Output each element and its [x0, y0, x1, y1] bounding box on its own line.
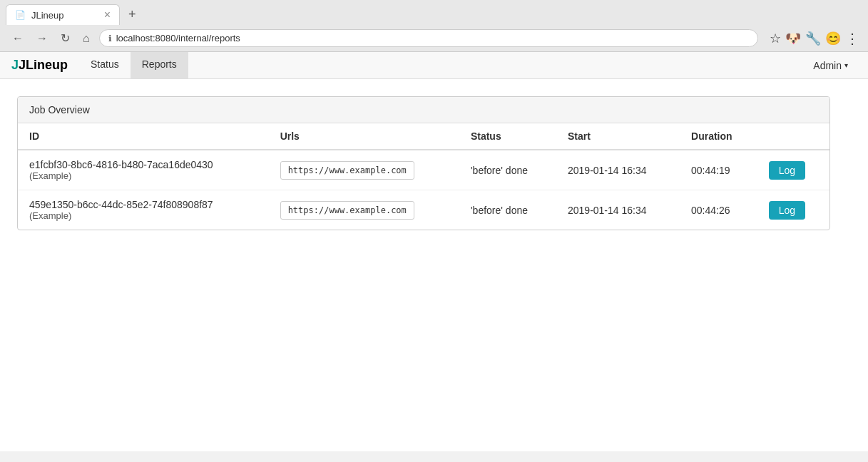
toolbar-icons: ☆ 🐶 🔧 😊 ⋮	[770, 30, 859, 47]
lock-icon: ℹ	[108, 34, 112, 43]
cell-action-2: Log	[757, 190, 829, 230]
job-url-2: https://www.example.com	[280, 201, 414, 220]
admin-caret: ▾	[844, 61, 848, 69]
new-tab-button[interactable]: +	[123, 4, 142, 25]
active-tab[interactable]: 📄 JLineup ×	[6, 4, 120, 25]
admin-label: Admin	[813, 60, 842, 71]
cell-action-1: Log	[757, 150, 829, 190]
brand-j: J	[11, 58, 19, 73]
table-row: 459e1350-b6cc-44dc-85e2-74f808908f87 (Ex…	[18, 190, 829, 230]
nav-links: Status Reports	[79, 52, 188, 78]
nav-reports[interactable]: Reports	[131, 52, 188, 78]
log-button-1[interactable]: Log	[769, 161, 805, 180]
user-icon[interactable]: 😊	[825, 31, 841, 46]
job-name-2: (Example)	[29, 210, 257, 221]
nav-status[interactable]: Status	[79, 52, 131, 78]
star-icon[interactable]: ☆	[770, 31, 781, 46]
card-title: Job Overview	[29, 104, 90, 115]
col-start: Start	[556, 123, 680, 150]
cell-duration-2: 00:44:26	[680, 190, 757, 230]
brand-lineup: JLineup	[19, 58, 68, 73]
reload-button[interactable]: ↻	[57, 30, 73, 46]
job-id-1: e1fcbf30-8bc6-4816-b480-7aca16de0430	[29, 159, 257, 170]
wrench-icon[interactable]: 🔧	[805, 31, 821, 46]
forward-button[interactable]: →	[33, 31, 51, 46]
card-header: Job Overview	[18, 97, 829, 123]
tab-bar: 📄 JLineup × +	[0, 0, 868, 25]
browser-chrome: 📄 JLineup × + ← → ↻ ⌂ ℹ localhost:8080/i…	[0, 0, 868, 52]
table-row: e1fcbf30-8bc6-4816-b480-7aca16de0430 (Ex…	[18, 150, 829, 190]
address-bar: ← → ↻ ⌂ ℹ localhost:8080/internal/report…	[0, 25, 868, 51]
job-overview-card: Job Overview ID Urls Status Start Durati…	[17, 96, 830, 230]
col-action	[757, 123, 829, 150]
navbar: JJLineup Status Reports Admin ▾	[0, 52, 868, 79]
home-button[interactable]: ⌂	[79, 31, 93, 46]
tab-favicon: 📄	[15, 10, 26, 20]
admin-menu-button[interactable]: Admin ▾	[805, 54, 857, 77]
navbar-right: Admin ▾	[805, 52, 857, 78]
cell-status-1: 'before' done	[459, 150, 556, 190]
job-url-1: https://www.example.com	[280, 161, 414, 180]
app: JJLineup Status Reports Admin ▾ Job Over…	[0, 52, 868, 451]
col-status: Status	[459, 123, 556, 150]
url-display: localhost:8080/internal/reports	[116, 33, 749, 43]
emoji-icon[interactable]: 🐶	[785, 31, 801, 46]
job-name-1: (Example)	[29, 170, 257, 181]
table-body: e1fcbf30-8bc6-4816-b480-7aca16de0430 (Ex…	[18, 150, 829, 230]
cell-start-2: 2019-01-14 16:34	[556, 190, 680, 230]
log-button-2[interactable]: Log	[769, 201, 805, 220]
back-button[interactable]: ←	[9, 31, 27, 46]
col-urls: Urls	[269, 123, 459, 150]
cell-url-1: https://www.example.com	[269, 150, 459, 190]
jobs-table: ID Urls Status Start Duration e1fcbf30-8…	[18, 123, 829, 230]
table-header: ID Urls Status Start Duration	[18, 123, 829, 150]
cell-url-2: https://www.example.com	[269, 190, 459, 230]
cell-duration-1: 00:44:19	[680, 150, 757, 190]
page-content: Job Overview ID Urls Status Start Durati…	[0, 79, 868, 247]
job-id-2: 459e1350-b6cc-44dc-85e2-74f808908f87	[29, 199, 257, 210]
cell-status-2: 'before' done	[459, 190, 556, 230]
col-duration: Duration	[680, 123, 757, 150]
cell-start-1: 2019-01-14 16:34	[556, 150, 680, 190]
cell-id-1: e1fcbf30-8bc6-4816-b480-7aca16de0430 (Ex…	[18, 150, 269, 190]
cell-id-2: 459e1350-b6cc-44dc-85e2-74f808908f87 (Ex…	[18, 190, 269, 230]
tab-title: JLineup	[31, 10, 64, 21]
url-bar[interactable]: ℹ localhost:8080/internal/reports	[99, 29, 758, 47]
tab-close-button[interactable]: ×	[104, 9, 111, 21]
menu-icon[interactable]: ⋮	[845, 30, 859, 47]
col-id: ID	[18, 123, 269, 150]
navbar-brand[interactable]: JJLineup	[11, 52, 79, 78]
